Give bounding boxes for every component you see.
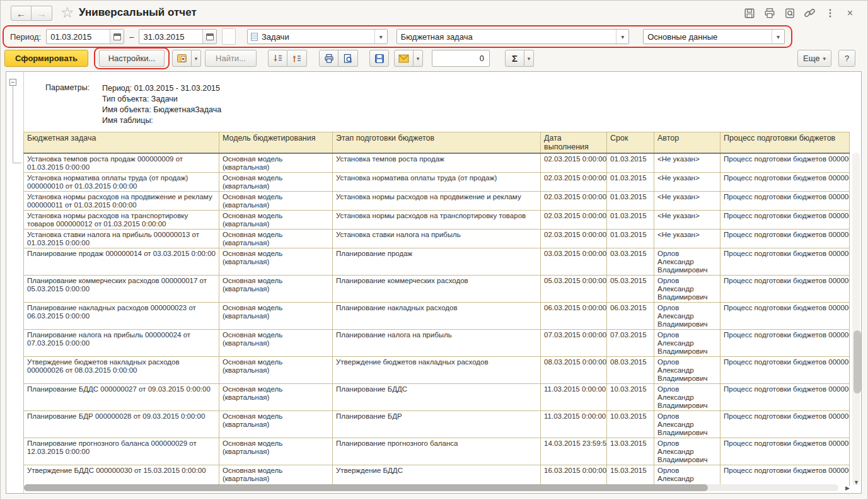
table-cell: Основная модель (квартальная) <box>219 383 333 410</box>
data-table-combo[interactable]: Основные данные ▾ <box>643 29 785 44</box>
sum-button[interactable]: Σ <box>505 50 524 67</box>
counter-field[interactable] <box>432 50 490 67</box>
email-dropdown-arrow[interactable]: ▾ <box>414 50 423 67</box>
scroll-down-icon[interactable]: ▼ <box>854 479 859 485</box>
table-cell: Процесс подготовки бюджетов 000000 <box>720 191 850 210</box>
settings-button[interactable]: Настройки... <box>99 50 165 67</box>
object-type-combo[interactable]: Задачи ▾ <box>247 29 388 44</box>
period-from-input[interactable] <box>47 32 110 42</box>
table-row[interactable]: Установка ставки налога на прибыль 00000… <box>24 229 850 248</box>
forward-button[interactable]: → <box>32 6 52 21</box>
chevron-down-icon[interactable]: ▾ <box>616 30 628 44</box>
vertical-scrollbar-thumb[interactable] <box>854 330 861 393</box>
table-row[interactable]: Планирование БДР 000000028 от 09.03.2015… <box>24 410 850 438</box>
table-row[interactable]: Планирование прогнозного баланса 0000000… <box>24 438 850 465</box>
print-button[interactable] <box>319 50 339 67</box>
column-header[interactable]: Процесс подготовки бюджетов <box>720 132 850 153</box>
close-icon[interactable]: × <box>844 7 856 19</box>
table-row[interactable]: Планирование продаж 000000014 от 03.03.2… <box>24 248 850 275</box>
preview-icon[interactable] <box>784 7 796 19</box>
more-button[interactable]: Еще ▾ <box>797 50 831 67</box>
collapse-group-toggle[interactable]: − <box>9 79 16 86</box>
table-cell: Установка норматива оплаты труда (от про… <box>24 172 219 191</box>
chevron-down-icon[interactable]: ▾ <box>772 30 784 44</box>
table-cell: Установка нормы расходов на транспортиро… <box>24 210 219 229</box>
table-cell: Установка нормы расходов на продвижение … <box>333 191 541 210</box>
save-icon[interactable] <box>743 7 755 19</box>
table-row[interactable]: Планирование налога на прибыль 000000024… <box>24 329 850 356</box>
period-to-field[interactable] <box>139 29 217 44</box>
table-row[interactable]: Установка нормы расходов на продвижение … <box>24 191 850 210</box>
vertical-scrollbar[interactable] <box>852 153 860 485</box>
table-cell: Основная модель (квартальная) <box>219 465 333 486</box>
collapse-groups-button[interactable] <box>268 50 287 67</box>
sum-dropdown-arrow[interactable]: ▾ <box>524 50 534 67</box>
table-row[interactable]: Установка нормы расходов на транспортиро… <box>24 210 850 229</box>
table-row[interactable]: Установка норматива оплаты труда (от про… <box>24 172 850 191</box>
table-row[interactable]: Планирование коммерческих расходов 00000… <box>24 275 850 302</box>
period-to-input[interactable] <box>139 32 202 42</box>
calendar-button[interactable] <box>110 30 124 44</box>
save-result-button[interactable] <box>369 50 389 67</box>
table-cell: Основная модель (квартальная) <box>219 248 333 275</box>
parameter-line: Период: 01.03.2015 - 31.03.2015 <box>102 83 221 94</box>
table-row[interactable]: Утверждение бюджетов накладных расходов … <box>24 356 850 383</box>
help-button[interactable]: ? <box>838 50 855 67</box>
scroll-right-icon[interactable]: ▶ <box>845 485 850 491</box>
horizontal-scrollbar-thumb[interactable] <box>24 484 708 491</box>
report-toolbar: Сформировать Настройки... ▾ Найти... <box>1 50 867 70</box>
counter-input[interactable] <box>432 54 489 63</box>
table-cell: 14.03.2015 23:59:59 <box>541 438 607 465</box>
column-header[interactable]: Срок <box>607 132 654 153</box>
table-row[interactable]: Планирование БДДС 000000027 от 09.03.201… <box>24 383 850 410</box>
column-header[interactable]: Дата выполнения <box>541 132 607 153</box>
chevron-down-icon[interactable]: ▾ <box>374 30 387 44</box>
table-row[interactable]: Планирование накладных расходов 00000002… <box>24 302 850 329</box>
expand-groups-button[interactable] <box>287 50 307 67</box>
table-cell: Планирование накладных расходов 00000002… <box>24 302 219 329</box>
table-cell: Орлов Александр Владимирович <box>654 302 720 329</box>
generate-button[interactable]: Сформировать <box>4 50 88 67</box>
variants-dropdown-arrow[interactable]: ▾ <box>192 50 201 67</box>
column-header[interactable]: Автор <box>654 132 720 153</box>
table-row[interactable]: Установка темпов роста продаж 000000009 … <box>24 153 850 173</box>
parameter-line: Имя таблицы: <box>102 115 221 126</box>
report-table-body: Установка темпов роста продаж 000000009 … <box>24 153 850 487</box>
print-preview-button[interactable] <box>339 50 358 67</box>
table-cell: Планирование коммерческих расходов <box>333 275 541 302</box>
calendar-icon <box>206 33 214 40</box>
column-header[interactable]: Модель бюджетирования <box>219 132 333 153</box>
find-button[interactable]: Найти... <box>205 50 257 67</box>
parameter-line: Имя объекта: БюджетнаяЗадача <box>102 105 221 115</box>
table-cell: 01.03.2015 <box>607 210 654 229</box>
object-name-combo[interactable]: Бюджетная задача ▾ <box>396 29 629 44</box>
printer-icon <box>324 54 334 64</box>
report-variants-button[interactable] <box>172 50 192 67</box>
table-cell: 05.03.2015 0:00:00 <box>541 275 607 302</box>
table-cell: 02.03.2015 0:00:00 <box>541 229 607 248</box>
calendar-button[interactable] <box>202 30 216 44</box>
data-table-value: Основные данные <box>644 32 772 42</box>
back-button[interactable]: ← <box>11 6 32 21</box>
group-bracket-end <box>13 163 21 163</box>
table-cell: Установка нормы расходов на транспортиро… <box>333 210 541 229</box>
more-menu-icon[interactable] <box>824 7 836 19</box>
column-header[interactable]: Бюджетная задача <box>24 132 219 153</box>
table-cell: 01.03.2015 <box>607 172 654 191</box>
table-cell: Планирование налога на прибыль <box>333 329 541 356</box>
link-icon[interactable] <box>804 7 816 19</box>
table-cell: Планирование БДР 000000028 от 09.03.2015… <box>24 410 219 438</box>
table-cell: 01.03.2015 <box>607 191 654 210</box>
period-from-field[interactable] <box>46 29 124 44</box>
period-options-button[interactable] <box>222 28 236 45</box>
horizontal-scrollbar[interactable] <box>24 484 838 491</box>
report-table-container: Бюджетная задача Модель бюджетирования Э… <box>23 132 850 486</box>
print-icon[interactable] <box>763 7 775 19</box>
column-header[interactable]: Этап подготовки бюджетов <box>333 132 541 153</box>
table-cell: Орлов Александр Владимирович <box>654 465 720 486</box>
parameters-label: Параметры: <box>45 83 90 92</box>
favorite-star-icon[interactable]: ☆ <box>61 4 74 21</box>
table-row[interactable]: Утверждение БДДС 000000030 от 15.03.2015… <box>24 465 850 486</box>
table-cell: Процесс подготовки бюджетов 000000 <box>720 210 850 229</box>
email-button[interactable] <box>394 50 414 67</box>
